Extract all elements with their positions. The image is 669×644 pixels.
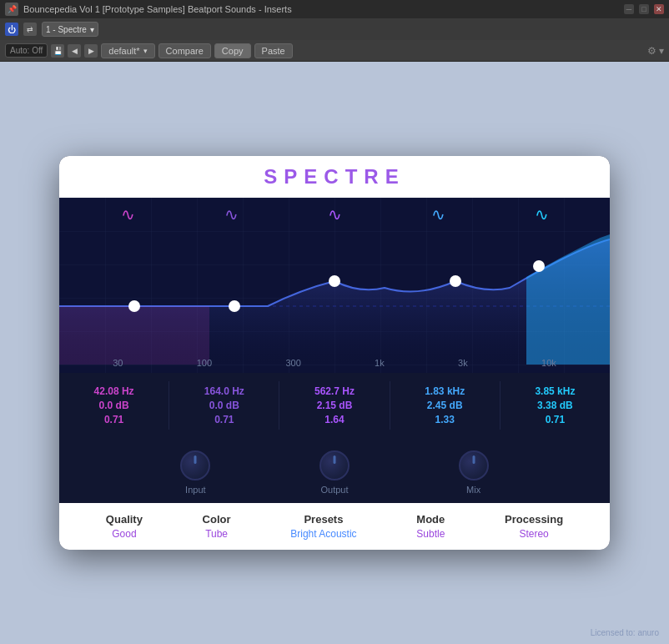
next-icon[interactable]: ▶ (84, 44, 98, 58)
plugin-title: SPECTRE (264, 165, 405, 189)
prev-icon[interactable]: ◀ (68, 44, 81, 58)
main-content: SPECTRE ∿ ∿ ∿ ∿ ∿ (0, 62, 669, 644)
link-icon[interactable]: ⇄ (23, 23, 37, 36)
input-knob[interactable] (180, 450, 210, 480)
processing-value: Stereo (519, 528, 548, 540)
band4-icon[interactable]: ∿ (431, 204, 445, 224)
auto-off-toggle[interactable]: Auto: Off (5, 43, 48, 58)
knobs-row: Input Output Mix (59, 438, 610, 503)
window-controls[interactable]: 📌 (5, 3, 18, 16)
quality-value: Good (112, 528, 136, 540)
device-label: 1 - Spectre (46, 25, 87, 34)
pin-icon[interactable]: 📌 (5, 3, 18, 16)
minimize-button[interactable]: ─ (624, 4, 634, 14)
preset-name-display[interactable]: default* ▾ (101, 43, 154, 58)
band1-db: 0.0 dB (99, 400, 129, 411)
band1-q: 0.71 (104, 414, 123, 425)
band-params: 42.08 Hz 0.0 dB 0.71 164.0 Hz 0.0 dB 0.7… (59, 373, 610, 438)
color-selector[interactable]: Color Tube (203, 513, 231, 540)
power-icon[interactable]: ⏻ (5, 23, 18, 36)
color-label: Color (203, 513, 231, 526)
mode-label: Mode (416, 513, 445, 526)
quality-label: Quality (106, 513, 143, 526)
quality-selector[interactable]: Quality Good (106, 513, 143, 540)
band3-db: 2.15 dB (317, 400, 353, 411)
mode-value: Subtle (416, 528, 445, 540)
band1-params: 42.08 Hz 0.0 dB 0.71 (59, 381, 169, 430)
band1-freq: 42.08 Hz (94, 385, 134, 397)
mode-selector[interactable]: Mode Subtle (416, 513, 445, 540)
paste-button[interactable]: Paste (254, 43, 293, 58)
band5-dot (533, 260, 545, 272)
freq-label-10k: 10k (541, 358, 556, 368)
band4-dot (450, 275, 461, 287)
copy-button[interactable]: Copy (214, 43, 251, 58)
band4-q: 1.33 (435, 414, 455, 425)
freq-label-3k: 3k (458, 358, 468, 368)
band5-icon[interactable]: ∿ (535, 204, 549, 224)
band5-freq: 3.85 kHz (535, 385, 575, 397)
band5-db: 3.38 dB (537, 400, 573, 411)
freq-label-1k: 1k (375, 358, 385, 368)
color-value: Tube (205, 528, 228, 540)
band2-q: 0.71 (214, 414, 234, 425)
band3-dot (329, 275, 340, 287)
compare-button[interactable]: Compare (158, 43, 211, 58)
dropdown-arrow: ▾ (90, 25, 94, 34)
options-toolbar: Auto: Off 💾 ◀ ▶ default* ▾ Compare Copy … (0, 40, 669, 62)
input-knob-container: Input (180, 450, 210, 495)
processing-selector[interactable]: Processing Stereo (505, 513, 563, 540)
presets-selector[interactable]: Presets Bright Acoustic (290, 513, 356, 540)
settings-gear[interactable]: ⚙ ▾ (647, 45, 664, 57)
title-bar: 📌 Bouncepedia Vol 1 [Prototype Samples] … (0, 0, 669, 18)
band1-dot (128, 300, 140, 312)
output-knob-container: Output (319, 450, 350, 495)
band3-freq: 562.7 Hz (314, 385, 355, 397)
band2-params: 164.0 Hz 0.0 dB 0.71 (169, 381, 279, 430)
band3-q: 1.64 (324, 414, 344, 425)
mix-knob[interactable] (459, 450, 489, 480)
mix-knob-container: Mix (459, 450, 489, 495)
gear-icon: ⚙ (647, 45, 656, 57)
band4-db: 2.45 dB (427, 400, 463, 411)
band2-freq: 164.0 Hz (204, 385, 244, 397)
preset-dropdown-arrow: ▾ (143, 47, 148, 55)
band5-q: 0.71 (546, 414, 565, 425)
freq-label-100: 100 (197, 358, 212, 368)
band2-icon[interactable]: ∿ (224, 204, 239, 224)
save-icon[interactable]: 💾 (51, 44, 64, 58)
band5-params: 3.85 kHz 3.38 dB 0.71 (500, 381, 610, 430)
license-text: Licensed to: anuro (591, 628, 659, 637)
band2-db: 0.0 dB (209, 400, 239, 411)
band1-icon[interactable]: ∿ (121, 204, 135, 224)
maximize-button[interactable]: □ (639, 4, 649, 14)
device-selector[interactable]: 1 - Spectre ▾ (42, 22, 98, 37)
freq-labels: 30 100 300 1k 3k 10k (59, 358, 610, 368)
freq-label-300: 300 (285, 358, 300, 368)
band3-params: 562.7 Hz 2.15 dB 1.64 (279, 381, 390, 430)
band2-dot (229, 300, 240, 312)
mix-knob-label: Mix (466, 485, 480, 495)
plugin-window: SPECTRE ∿ ∿ ∿ ∿ ∿ (59, 156, 610, 550)
window-title: Bouncepedia Vol 1 [Prototype Samples] Be… (23, 4, 619, 14)
freq-label-30: 30 (113, 358, 123, 368)
presets-value: Bright Acoustic (290, 528, 356, 540)
band-icons-row: ∿ ∿ ∿ ∿ ∿ (59, 198, 610, 228)
plugin-toolbar: ⏻ ⇄ 1 - Spectre ▾ (0, 18, 669, 40)
gear-dropdown-arrow: ▾ (659, 45, 664, 57)
output-knob[interactable] (319, 450, 350, 480)
input-knob-label: Input (185, 485, 205, 495)
close-button[interactable]: ✕ (654, 4, 664, 14)
output-knob-label: Output (320, 485, 348, 495)
presets-label: Presets (304, 513, 343, 526)
band4-freq: 1.83 kHz (425, 385, 465, 397)
band4-params: 1.83 kHz 2.45 dB 1.33 (390, 381, 500, 430)
band3-icon[interactable]: ∿ (328, 204, 342, 224)
plugin-header: SPECTRE (59, 156, 610, 198)
eq-display[interactable]: ∿ ∿ ∿ ∿ ∿ (59, 198, 610, 373)
processing-label: Processing (505, 513, 563, 526)
plugin-footer: Quality Good Color Tube Presets Bright A… (59, 503, 610, 550)
